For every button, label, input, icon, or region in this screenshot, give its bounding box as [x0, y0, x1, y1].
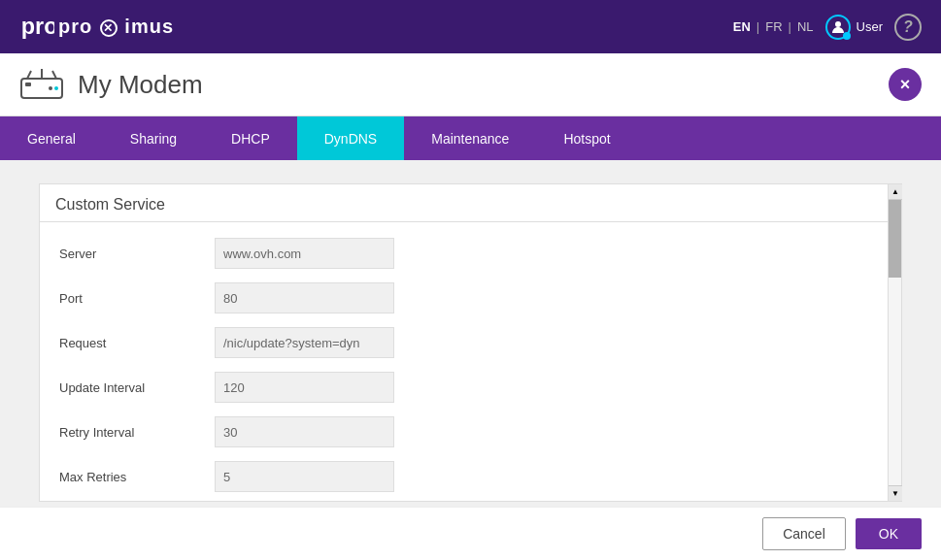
label-port: Port — [59, 291, 215, 306]
form-row-retry-interval: Retry Interval — [59, 416, 868, 447]
form-row-server: Server — [59, 238, 868, 269]
user-icon — [825, 15, 851, 40]
scroll-up-button[interactable]: ▲ — [889, 184, 902, 200]
content-area: Custom Service Server Port Request Updat… — [39, 183, 902, 502]
svg-point-8 — [49, 86, 52, 90]
logo-text: pro ✕ imus — [58, 16, 174, 38]
lang-en[interactable]: EN — [733, 19, 751, 34]
lang-sep-2: | — [789, 19, 791, 34]
input-max-retries[interactable] — [215, 461, 394, 492]
logo-icon: pro — [19, 10, 54, 45]
input-server[interactable] — [215, 238, 394, 269]
tab-general[interactable]: General — [0, 116, 103, 160]
lang-nl[interactable]: NL — [797, 19, 814, 34]
user-avatar-icon — [830, 19, 846, 35]
tab-hotspot[interactable]: Hotspot — [536, 116, 637, 160]
form-row-max-retries: Max Retries — [59, 461, 868, 492]
label-update-interval: Update Interval — [59, 380, 215, 395]
input-retry-interval[interactable] — [215, 416, 394, 447]
svg-text:pro: pro — [21, 14, 54, 39]
cancel-button[interactable]: Cancel — [762, 517, 846, 550]
section-title: Custom Service — [40, 184, 901, 222]
input-port[interactable] — [215, 282, 394, 313]
modem-icon — [19, 65, 64, 104]
svg-point-9 — [54, 86, 58, 90]
input-update-interval[interactable] — [215, 372, 394, 403]
svg-line-5 — [27, 71, 31, 79]
close-button[interactable]: × — [889, 68, 922, 101]
user-label: User — [857, 19, 883, 34]
scrollbar[interactable]: ▲ ▼ — [888, 184, 901, 501]
lang-fr[interactable]: FR — [765, 19, 782, 34]
form-content: Server Port Request Update Interval Retr… — [40, 222, 888, 521]
page-title-bar: My Modem × — [0, 53, 941, 116]
tab-maintenance[interactable]: Maintenance — [404, 116, 536, 160]
label-server: Server — [59, 247, 215, 261]
language-selector: EN | FR | NL — [733, 19, 814, 34]
scroll-thumb[interactable] — [889, 200, 901, 278]
scroll-down-button[interactable]: ▼ — [889, 485, 902, 501]
label-max-retries: Max Retries — [59, 470, 215, 484]
scroll-thumb-area — [889, 200, 901, 485]
tab-dhcp[interactable]: DHCP — [204, 116, 297, 160]
header: pro pro ✕ imus EN | FR | NL User ? — [0, 0, 941, 53]
bottom-bar: Cancel OK — [0, 507, 941, 560]
label-request: Request — [59, 336, 215, 350]
help-button[interactable]: ? — [894, 14, 922, 41]
user-section: User — [825, 15, 883, 40]
form-row-update-interval: Update Interval — [59, 372, 868, 403]
form-row-port: Port — [59, 282, 868, 313]
logo: pro pro ✕ imus — [19, 10, 174, 45]
header-right: EN | FR | NL User ? — [733, 14, 922, 41]
ok-button[interactable]: OK — [856, 518, 922, 549]
page-title: My Modem — [78, 70, 203, 100]
svg-rect-4 — [25, 82, 31, 86]
label-retry-interval: Retry Interval — [59, 425, 215, 440]
tab-sharing[interactable]: Sharing — [103, 116, 204, 160]
form-row-request: Request — [59, 327, 868, 358]
svg-line-7 — [52, 71, 56, 79]
lang-sep-1: | — [756, 19, 759, 34]
input-request[interactable] — [215, 327, 394, 358]
tabs-bar: General Sharing DHCP DynDNS Maintenance … — [0, 116, 941, 160]
svg-point-2 — [835, 21, 841, 27]
tab-dyndns[interactable]: DynDNS — [297, 116, 404, 160]
